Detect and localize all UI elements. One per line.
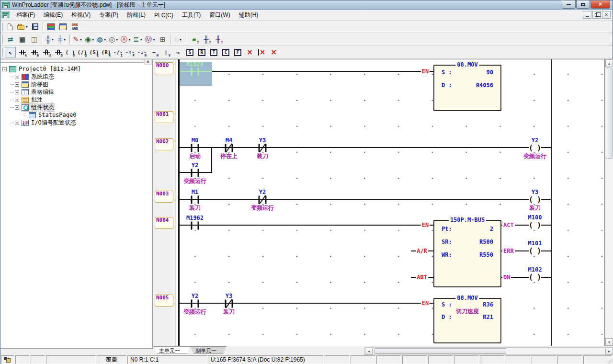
dropdown-icon[interactable]: ▼ bbox=[115, 38, 119, 41]
menu-plc[interactable]: PLC(C) bbox=[150, 11, 178, 20]
dropdown-icon[interactable]: ▼ bbox=[139, 38, 143, 41]
contact-m1924[interactable]: M1924 bbox=[177, 59, 213, 85]
hline-tool[interactable]: —H bbox=[148, 47, 159, 57]
contact-m1[interactable]: M1 装刀 bbox=[177, 187, 213, 213]
element-edit-button[interactable]: ✎▼ bbox=[72, 34, 83, 45]
toolbar-grip[interactable] bbox=[1, 35, 3, 44]
expand-box[interactable]: + bbox=[15, 75, 19, 79]
menu-window[interactable]: 窗口(W) bbox=[205, 10, 234, 21]
timer-tool[interactable]: T bbox=[208, 47, 219, 57]
menu-edit[interactable]: 编辑(E) bbox=[39, 10, 67, 21]
mdi-close-button[interactable]: × bbox=[602, 11, 611, 19]
rising-edge-tool[interactable]: -↑-P bbox=[125, 47, 136, 57]
register-table-button[interactable]: ◫ bbox=[29, 34, 40, 45]
ladder-edit-button[interactable]: ╪▼ bbox=[57, 34, 68, 45]
step-return-tool[interactable]: R bbox=[196, 47, 207, 57]
motor-stop-button[interactable]: ◍▼ bbox=[96, 34, 107, 45]
coil-y3[interactable]: Y3 装刀 bbox=[517, 187, 553, 213]
expand-box[interactable]: + bbox=[15, 82, 19, 87]
select-tool[interactable]: ↖ bbox=[5, 47, 16, 57]
tag-m-button[interactable]: Ⓜ▼ bbox=[145, 34, 156, 45]
contact-y2-nc[interactable]: Y2 变频运行 bbox=[244, 187, 281, 213]
contact-y3-n005[interactable]: Y3 装刀 bbox=[211, 291, 247, 317]
mdi-restore-button[interactable] bbox=[592, 11, 601, 19]
close-button[interactable]: × bbox=[590, 0, 610, 9]
tab-sub-unit[interactable]: 副单元一 bbox=[190, 346, 227, 354]
horizontal-scroll-thumb[interactable] bbox=[375, 348, 506, 354]
tree-item-ladder-diagram[interactable]: + 阶梯图 bbox=[2, 80, 151, 88]
dropdown-icon[interactable]: ▼ bbox=[63, 38, 66, 41]
tree-item-system-config[interactable]: + 系统组态 bbox=[2, 73, 151, 80]
scroll-left-button[interactable]: ◄ bbox=[365, 348, 373, 354]
toolbar-grip[interactable] bbox=[1, 48, 3, 57]
scroll-down-button[interactable]: ▼ bbox=[605, 338, 613, 346]
network-label-n000[interactable]: N000 bbox=[155, 62, 173, 74]
status-table-button[interactable] bbox=[45, 22, 57, 32]
mdi-minimize-button[interactable] bbox=[583, 11, 591, 19]
motor-run-button[interactable]: ◎▼ bbox=[108, 34, 119, 45]
delete-element-tool[interactable]: × bbox=[244, 47, 255, 57]
contact-no-tool[interactable]: A bbox=[17, 47, 28, 57]
menu-help[interactable]: 辅助(H) bbox=[235, 10, 263, 21]
network-query-button[interactable]: ╫? bbox=[201, 34, 212, 45]
open-file-button[interactable]: ▼ bbox=[17, 22, 29, 32]
tree-close-button[interactable]: × bbox=[145, 59, 151, 65]
menu-file[interactable]: 档案(F) bbox=[12, 10, 39, 21]
tab-main-unit[interactable]: 主单元一 bbox=[154, 346, 190, 354]
coil-set-tool[interactable]: (S)E bbox=[89, 47, 100, 57]
toolbar-grip[interactable] bbox=[1, 23, 3, 31]
minimize-button[interactable] bbox=[562, 0, 576, 9]
new-file-button[interactable] bbox=[5, 22, 16, 32]
expand-box[interactable]: + bbox=[15, 121, 19, 125]
dropdown-icon[interactable]: ▼ bbox=[179, 38, 182, 41]
coil-m102[interactable]: M102 bbox=[517, 264, 553, 290]
contact-y3[interactable]: Y3 装刀 bbox=[244, 135, 281, 161]
tree-item-table-edit[interactable]: + 表格编辑 bbox=[2, 88, 151, 96]
contact-m0[interactable]: M0 启动 bbox=[177, 135, 213, 161]
contact-y2-n005[interactable]: Y2 变频运行 bbox=[177, 291, 213, 317]
contact-y2-branch[interactable]: Y2 变频运行 bbox=[177, 160, 213, 186]
tree-panel-grip[interactable]: × bbox=[0, 59, 152, 63]
dropdown-icon[interactable]: ▼ bbox=[152, 38, 156, 41]
status-list-button[interactable]: ≣▼ bbox=[133, 34, 144, 45]
expand-box[interactable]: + bbox=[15, 98, 19, 102]
contact-nc-tool[interactable]: B bbox=[29, 47, 40, 57]
coil-m101[interactable]: M101 bbox=[517, 238, 553, 264]
dropdown-icon[interactable]: ▼ bbox=[91, 38, 95, 41]
maximize-button[interactable] bbox=[576, 0, 590, 9]
function-block-mov-2[interactable]: 08.MOV S :R36 切刀速度 D :R21 bbox=[433, 298, 501, 343]
network-manage-button[interactable]: ╬▼ bbox=[45, 34, 56, 45]
dropdown-icon[interactable]: ▼ bbox=[128, 38, 131, 41]
ladder-canvas[interactable]: N000 N001 N002 N003 N004 N005 bbox=[153, 59, 605, 346]
vertical-scroll-thumb[interactable] bbox=[606, 68, 613, 159]
invert-tool[interactable]: -/-I bbox=[113, 47, 124, 57]
offline-simulation-button[interactable]: ▦ bbox=[17, 34, 28, 45]
goto-tool[interactable]: → bbox=[172, 47, 183, 57]
network-label-n004[interactable]: N004 bbox=[155, 217, 173, 229]
dropdown-icon[interactable]: ▼ bbox=[51, 38, 54, 41]
function-tool[interactable]: F bbox=[232, 47, 243, 57]
status-page-query-button[interactable]: ≡? bbox=[189, 34, 200, 45]
delete-row-tool[interactable]: ×→ bbox=[268, 47, 279, 57]
zoom-find-button[interactable]: ◌▼ bbox=[173, 34, 184, 45]
coil-out-tool[interactable]: ( )O bbox=[65, 47, 76, 57]
coil-y2[interactable]: Y2 变频运行 bbox=[517, 135, 553, 161]
menu-project[interactable]: 专案(P) bbox=[95, 10, 123, 21]
contact-query-button[interactable]: ╂? bbox=[213, 34, 224, 45]
network-label-n002[interactable]: N002 bbox=[155, 138, 173, 150]
menu-view[interactable]: 检视(V) bbox=[67, 10, 95, 21]
calculator-button[interactable]: ⊞ bbox=[157, 34, 168, 45]
scroll-right-button[interactable]: ► bbox=[605, 348, 613, 354]
contact-rising-tool[interactable]: ↑U bbox=[41, 47, 52, 57]
tag-a-button[interactable]: Ⓐ▼ bbox=[120, 34, 132, 45]
open-dropdown-icon[interactable]: ▼ bbox=[25, 25, 28, 28]
network-label-n005[interactable]: N005 bbox=[155, 295, 173, 307]
expand-box[interactable]: - bbox=[15, 105, 19, 110]
save-button[interactable] bbox=[30, 22, 41, 32]
step-ladder-tool[interactable]: S bbox=[184, 47, 195, 57]
network-label-n003[interactable]: N003 bbox=[155, 191, 173, 203]
function-block-mbus[interactable]: 150P.M-BUS Pt:2 SR:R500 WR:R550 bbox=[433, 220, 501, 287]
dropdown-icon[interactable]: ▼ bbox=[103, 38, 107, 41]
coil-reset-tool[interactable]: (R)R bbox=[101, 47, 112, 57]
tree-item-project-root[interactable]: - Project0 [B1z-14M] bbox=[2, 65, 151, 73]
